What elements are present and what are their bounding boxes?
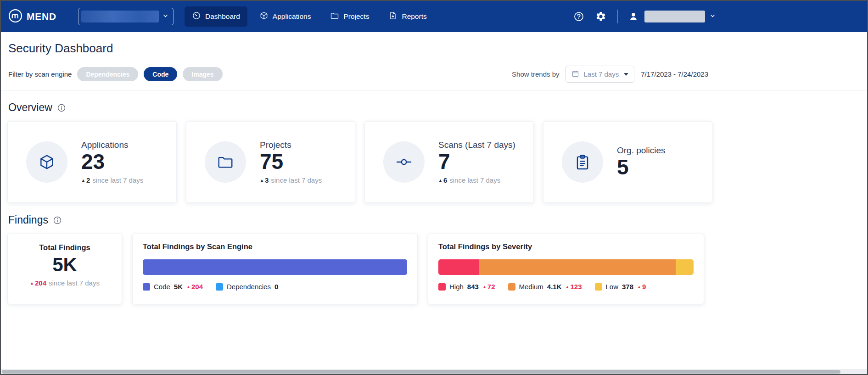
brand-name: MEND [27, 11, 56, 22]
card-delta: ▲204since last 7 days [8, 279, 122, 287]
scans-card: Scans (Last 7 days) 7 ▲6since last 7 day… [364, 121, 534, 203]
legend-item-low: Low 378 ▲9 [595, 283, 646, 291]
filter-label: Filter by scan engine [8, 70, 72, 78]
severity-legend: High 843 ▲72 Medium 4.1K ▲123 Low 378 ▲9 [438, 283, 694, 291]
top-navbar: MEND Dashboard Applications Projects [1, 1, 867, 32]
card-label: Org. policies [617, 146, 666, 156]
legend-delta: ▲123 [566, 283, 582, 291]
legend-item-dependencies: Dependencies 0 [216, 283, 278, 291]
card-label: Applications [81, 140, 143, 150]
user-menu[interactable] [628, 11, 716, 22]
card-title: Total Findings by Severity [438, 242, 694, 251]
legend-delta: ▲9 [637, 283, 646, 291]
nav-projects[interactable]: Projects [323, 6, 376, 27]
mend-logo-icon [8, 9, 22, 25]
navbar-right [573, 10, 716, 23]
low-swatch [595, 283, 602, 291]
legend-label: Low [606, 283, 619, 291]
report-download-icon [388, 11, 398, 22]
nav-dashboard[interactable]: Dashboard [185, 6, 247, 27]
legend-value: 378 [622, 283, 633, 291]
card-value: 5 [617, 156, 666, 179]
trend-up-icon: ▲ [438, 178, 442, 183]
org-policies-card: Org. policies 5 [543, 121, 712, 203]
legend-label: High [449, 283, 464, 291]
legend-label: Medium [519, 283, 543, 291]
applications-card: Applications 23 ▲2since last 7 days [7, 121, 177, 203]
scrollbar-thumb[interactable] [2, 370, 840, 374]
trend-up-icon: ▲ [637, 285, 641, 289]
cube-icon [259, 11, 269, 22]
engine-legend: Code 5K ▲204 Dependencies 0 [143, 283, 407, 291]
severity-bar-chart [438, 259, 694, 275]
total-findings-card: Total Findings 5K ▲204since last 7 days [7, 234, 122, 304]
trend-up-icon: ▲ [260, 178, 264, 183]
high-swatch [438, 283, 446, 291]
card-title: Total Findings [8, 243, 122, 252]
org-name-redacted [81, 11, 159, 22]
projects-card: Projects 75 ▲3since last 7 days [186, 121, 355, 203]
help-icon[interactable] [573, 11, 585, 22]
card-label: Scans (Last 7 days) [438, 140, 515, 150]
calendar-icon [571, 70, 579, 79]
card-delta: ▲3since last 7 days [260, 176, 322, 184]
filter-dependencies-button[interactable]: Dependencies [77, 67, 138, 81]
nav-reports[interactable]: Reports [381, 6, 434, 27]
trend-up-icon: ▲ [186, 285, 190, 289]
user-icon [628, 11, 640, 22]
findings-by-engine-card: Total Findings by Scan Engine Code 5K ▲2… [132, 234, 418, 304]
legend-item-code: Code 5K ▲204 [143, 283, 203, 291]
findings-section-head: Findings [8, 214, 860, 226]
legend-delta: ▲72 [482, 283, 495, 291]
engine-bar-chart [143, 259, 407, 275]
scan-commit-icon [383, 141, 425, 183]
date-range: 7/17/2023 - 7/24/2023 [641, 70, 708, 78]
info-icon[interactable] [57, 103, 66, 112]
card-value: 75 [260, 150, 322, 174]
dashboard-gauge-icon [192, 11, 201, 22]
legend-value: 5K [174, 283, 183, 291]
clipboard-icon [562, 141, 603, 183]
card-value: 7 [438, 150, 515, 174]
trend-up-icon: ▲ [482, 285, 487, 289]
trend-up-icon: ▲ [30, 281, 34, 285]
card-value: 23 [81, 150, 143, 174]
bar-segment-high [438, 259, 479, 275]
chevron-down-icon [710, 12, 716, 21]
cube-icon [26, 141, 67, 183]
page-header: Security Dashboard Filter by scan engine… [1, 41, 867, 83]
trend-period-dropdown[interactable]: Last 7 days [566, 66, 634, 83]
bar-segment-medium [479, 259, 676, 275]
gear-icon[interactable] [595, 11, 607, 22]
filter-images-button[interactable]: Images [183, 67, 222, 81]
trend-up-icon: ▲ [81, 178, 85, 183]
bar-segment-low [676, 259, 694, 275]
findings-by-severity-card: Total Findings by Severity High 843 ▲72 … [428, 234, 704, 304]
nav-label: Projects [343, 12, 369, 21]
navbar-divider [617, 10, 618, 23]
info-icon[interactable] [53, 216, 62, 225]
main-nav: Dashboard Applications Projects Reports [185, 6, 434, 27]
card-delta: ▲2since last 7 days [81, 176, 143, 184]
trend-up-icon: ▲ [566, 285, 570, 289]
legend-item-high: High 843 ▲72 [438, 283, 495, 291]
legend-delta: ▲204 [186, 283, 203, 291]
folder-icon [205, 141, 246, 183]
medium-swatch [508, 283, 515, 291]
horizontal-scrollbar [1, 369, 867, 374]
card-title: Total Findings by Scan Engine [143, 242, 407, 251]
nav-applications[interactable]: Applications [252, 6, 319, 27]
trends-controls: Show trends by Last 7 days 7/17/2023 - 7… [512, 66, 708, 83]
legend-value: 843 [467, 283, 479, 291]
nav-label: Dashboard [205, 12, 240, 21]
overview-cards: Applications 23 ▲2since last 7 days Proj… [7, 121, 861, 203]
legend-label: Code [154, 283, 170, 291]
folder-icon [330, 11, 339, 22]
card-delta: ▲6since last 7 days [438, 176, 515, 184]
mend-logo[interactable]: MEND [8, 9, 56, 25]
page-title: Security Dashboard [8, 41, 860, 56]
filter-code-button[interactable]: Code [144, 67, 177, 81]
legend-item-medium: Medium 4.1K ▲123 [508, 283, 582, 291]
findings-cards: Total Findings 5K ▲204since last 7 days … [7, 234, 861, 304]
org-selector-dropdown[interactable] [78, 8, 174, 25]
